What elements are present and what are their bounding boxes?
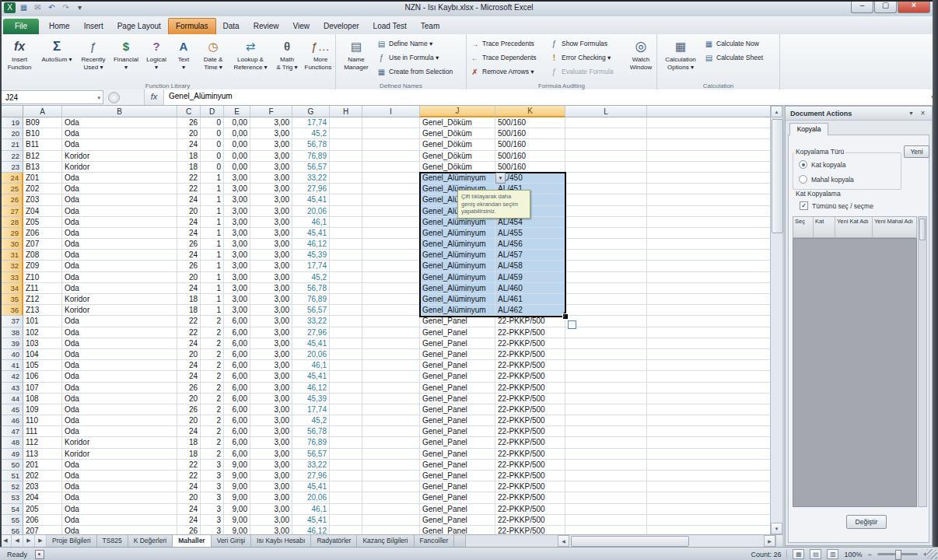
cell-K44[interactable]: 22-PKKP/500 (495, 394, 565, 404)
cell-A30[interactable]: Z07 (23, 239, 62, 250)
cell-I53[interactable] (362, 492, 420, 503)
cell-B56[interactable]: Oda (62, 526, 177, 534)
cell-I27[interactable] (362, 206, 420, 217)
cell-B51[interactable]: Oda (62, 471, 177, 481)
cell-L43[interactable] (565, 383, 647, 394)
column-header-K[interactable]: K (495, 106, 565, 117)
cell-D36[interactable]: 1 (201, 305, 224, 316)
cell-A46[interactable]: 110 (23, 415, 62, 426)
cell-K34[interactable]: AL/460 (495, 283, 565, 294)
cell-C52[interactable]: 24 (177, 481, 201, 492)
redo-icon[interactable]: ↷ (60, 2, 72, 13)
cell-L37[interactable] (565, 316, 647, 327)
cell-E40[interactable]: 6,00 (224, 349, 250, 360)
cell-J52[interactable]: Genel_Panel (420, 481, 495, 492)
cell-F36[interactable]: 3,00 (250, 305, 292, 316)
cell-I39[interactable] (362, 338, 420, 349)
cell-I43[interactable] (362, 383, 420, 394)
row-header-44[interactable]: 44 (0, 394, 23, 404)
cell-H35[interactable] (330, 294, 362, 305)
cell-A25[interactable]: Z02 (23, 184, 62, 194)
vertical-scrollbar[interactable]: ▲ ▼ (770, 106, 782, 534)
cell-L19[interactable] (565, 117, 647, 128)
ribbon-tab-insert[interactable]: Insert (77, 19, 110, 34)
logical-button[interactable]: ?Logical▾ (142, 35, 171, 80)
cell-H52[interactable] (330, 481, 362, 492)
cell-F54[interactable]: 3,00 (250, 504, 292, 515)
cell-I48[interactable] (362, 437, 420, 448)
cell-E21[interactable]: 0,00 (224, 139, 250, 150)
cell-F44[interactable]: 3,00 (250, 394, 292, 404)
cell-L21[interactable] (565, 139, 647, 150)
cell-A45[interactable]: 109 (23, 404, 62, 415)
ribbon-tab-review[interactable]: Review (247, 19, 286, 34)
column-header-J[interactable]: J (420, 106, 495, 117)
cell-G21[interactable]: 56,78 (292, 139, 330, 150)
row-header-36[interactable]: 36 (0, 305, 23, 316)
cell-B55[interactable]: Oda (62, 515, 177, 526)
cell-H40[interactable] (330, 349, 362, 360)
cell-K29[interactable]: AL/455 (495, 228, 565, 239)
cell-E22[interactable]: 0,00 (224, 151, 250, 162)
cell-B43[interactable]: Oda (62, 383, 177, 394)
cell-G26[interactable]: 45,41 (292, 194, 330, 205)
cell-C53[interactable]: 20 (177, 492, 201, 503)
cell-K30[interactable]: AL/456 (495, 239, 565, 250)
cell-B23[interactable]: Koridor (62, 162, 177, 173)
cell-D56[interactable]: 3 (201, 526, 224, 534)
cell-C27[interactable]: 20 (177, 206, 201, 217)
tab-split-handle[interactable] (775, 535, 782, 547)
cell-A40[interactable]: 104 (23, 349, 62, 360)
column-header-B[interactable]: B (62, 106, 177, 117)
cell-H33[interactable] (330, 272, 362, 283)
cell-A35[interactable]: Z12 (23, 294, 62, 305)
cell-I47[interactable] (362, 426, 420, 437)
cell-L40[interactable] (565, 349, 647, 360)
cell-I33[interactable] (362, 272, 420, 283)
cell-C24[interactable]: 22 (177, 173, 201, 184)
cell-A54[interactable]: 205 (23, 504, 62, 515)
cell-J51[interactable]: Genel_Panel (420, 471, 495, 481)
cell-I21[interactable] (362, 139, 420, 150)
cell-K56[interactable]: 22-PKKP/500 (495, 526, 565, 534)
cell-D52[interactable]: 3 (201, 481, 224, 492)
cell-K55[interactable]: 22-PKKP/500 (495, 515, 565, 526)
row-header-45[interactable]: 45 (0, 404, 23, 415)
cell-D48[interactable]: 2 (201, 437, 224, 448)
cell-J22[interactable]: Genel_Döküm (420, 151, 495, 162)
cell-H39[interactable] (330, 338, 362, 349)
cell-H21[interactable] (330, 139, 362, 150)
define-name-button[interactable]: ▤Define Name ▾ (375, 37, 462, 51)
cell-B37[interactable]: Oda (62, 316, 177, 327)
cell-J39[interactable]: Genel_Panel (420, 338, 495, 349)
cell-F40[interactable]: 3,00 (250, 349, 292, 360)
cell-L44[interactable] (565, 394, 647, 404)
pane-list-scrollbar[interactable] (918, 216, 927, 507)
row-header-25[interactable]: 25 (0, 184, 23, 194)
cell-K54[interactable]: 22-PKKP/500 (495, 504, 565, 515)
email-icon[interactable]: ✉ (32, 2, 44, 13)
cell-F49[interactable]: 3,00 (250, 449, 292, 460)
column-header-G[interactable]: G (292, 106, 330, 117)
cell-F43[interactable]: 3,00 (250, 383, 292, 394)
cell-J31[interactable]: Genel_Alüminyum (420, 250, 495, 261)
cell-L46[interactable] (565, 415, 647, 426)
cell-C41[interactable]: 24 (177, 360, 201, 371)
cell-H20[interactable] (330, 128, 362, 139)
create-from-selection-button[interactable]: ▦Create from Selection (375, 65, 462, 79)
cell-F48[interactable]: 3,00 (250, 437, 292, 448)
cell-G40[interactable]: 20,06 (292, 349, 330, 360)
cell-B22[interactable]: Koridor (62, 151, 177, 162)
cell-I44[interactable] (362, 394, 420, 404)
cell-G53[interactable]: 20,06 (292, 492, 330, 503)
cell-A48[interactable]: 112 (23, 437, 62, 448)
cell-J43[interactable]: Genel_Panel (420, 383, 495, 394)
cell-K35[interactable]: AL/461 (495, 294, 565, 305)
cell-A42[interactable]: 106 (23, 371, 62, 382)
cell-F31[interactable]: 3,00 (250, 250, 292, 261)
cell-E26[interactable]: 3,00 (224, 194, 250, 205)
view-normal-icon[interactable]: ▦ (793, 549, 804, 559)
row-header-51[interactable]: 51 (0, 471, 23, 481)
row-header-23[interactable]: 23 (0, 162, 23, 173)
cell-D24[interactable]: 1 (201, 173, 224, 184)
